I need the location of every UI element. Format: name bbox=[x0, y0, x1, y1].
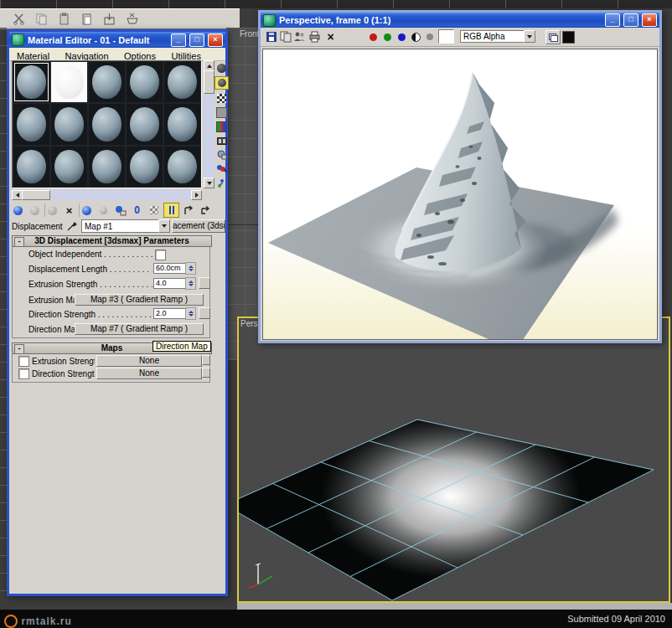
material-slot[interactable] bbox=[89, 147, 125, 187]
print-icon[interactable] bbox=[308, 30, 322, 44]
axis-tripod bbox=[249, 564, 272, 588]
video-color-check-icon[interactable] bbox=[215, 121, 228, 132]
copy-icon[interactable] bbox=[278, 30, 292, 44]
layers-icon[interactable] bbox=[545, 30, 561, 44]
material-slot[interactable] bbox=[127, 62, 163, 102]
render-window-titlebar[interactable]: Perspective, frame 0 (1:1) _ □ × bbox=[261, 13, 659, 28]
material-name-dropdown[interactable]: Map #1 bbox=[81, 219, 163, 233]
clipboard-icon[interactable] bbox=[80, 13, 94, 26]
export-box-icon[interactable] bbox=[125, 13, 139, 26]
displacement-rollout-header[interactable]: - 3D Displacement [3dsmax] Parameters bbox=[12, 235, 212, 247]
assign-material-to-selection-icon[interactable] bbox=[44, 203, 59, 217]
scroll-right-button[interactable] bbox=[191, 190, 202, 200]
minimize-button[interactable]: _ bbox=[605, 13, 620, 27]
material-slot[interactable] bbox=[13, 104, 49, 144]
front-viewport[interactable]: Front bbox=[226, 28, 261, 360]
material-slot[interactable] bbox=[127, 104, 163, 144]
scroll-thumb[interactable] bbox=[22, 190, 50, 200]
go-to-parent-icon[interactable] bbox=[182, 203, 196, 217]
extrusion-strength-map-shortcut[interactable] bbox=[199, 277, 210, 289]
channel-display-value: RGB Alpha bbox=[463, 32, 525, 41]
sample-type-icon[interactable] bbox=[215, 62, 228, 74]
background-icon[interactable] bbox=[215, 92, 228, 104]
channel-display-dropdown[interactable]: RGB Alpha bbox=[460, 30, 529, 43]
material-slot[interactable] bbox=[13, 62, 49, 102]
options-icon[interactable] bbox=[215, 149, 228, 161]
maximize-button[interactable]: □ bbox=[189, 33, 204, 47]
extrusion-strength-map-checkbox[interactable] bbox=[18, 356, 29, 367]
make-unique-icon[interactable] bbox=[96, 203, 111, 217]
sample-uv-tiling-icon[interactable] bbox=[215, 106, 228, 118]
reset-map-icon[interactable]: × bbox=[62, 203, 76, 217]
direction-strength-spinner[interactable] bbox=[185, 307, 196, 320]
material-editor-titlebar[interactable]: Material Editor - 01 - Default _ □ × bbox=[9, 32, 225, 48]
extrusion-strength-spinner[interactable] bbox=[185, 277, 196, 290]
material-slot[interactable] bbox=[164, 147, 200, 187]
scroll-thumb[interactable] bbox=[204, 70, 215, 94]
clone-icon[interactable] bbox=[292, 30, 307, 44]
material-slot[interactable] bbox=[13, 147, 49, 187]
put-material-to-scene-icon[interactable] bbox=[28, 203, 42, 217]
material-slot[interactable] bbox=[89, 62, 125, 102]
maps-direction-spinner-stub bbox=[202, 368, 210, 378]
direction-map-button[interactable]: Map #7 ( Gradient Ramp ) bbox=[75, 323, 204, 335]
direction-strength-map-shortcut[interactable] bbox=[199, 307, 210, 319]
material-slot[interactable] bbox=[164, 104, 200, 144]
slots-vertical-scrollbar[interactable] bbox=[204, 60, 215, 188]
backlight-icon[interactable] bbox=[215, 76, 229, 90]
displacement-length-field[interactable]: 60.0cm bbox=[153, 263, 187, 274]
object-independent-checkbox[interactable] bbox=[155, 250, 166, 260]
make-preview-icon[interactable] bbox=[215, 135, 228, 147]
select-by-material-icon[interactable] bbox=[215, 163, 228, 175]
green-channel-icon[interactable] bbox=[380, 30, 395, 44]
material-name-dropdown-arrow[interactable] bbox=[158, 219, 170, 233]
scroll-down-button[interactable] bbox=[204, 178, 215, 188]
extrusion-strength-field[interactable]: 4.0 bbox=[153, 278, 187, 289]
material-slot[interactable] bbox=[127, 147, 163, 187]
minimize-button[interactable]: _ bbox=[171, 33, 186, 47]
material-id-channel-icon[interactable]: 0 bbox=[130, 203, 144, 217]
alpha-channel-icon[interactable] bbox=[422, 30, 437, 44]
material-map-navigator-icon[interactable] bbox=[215, 178, 228, 189]
material-slot[interactable] bbox=[51, 62, 87, 102]
cut-icon[interactable] bbox=[12, 13, 26, 26]
show-map-in-viewport-icon[interactable] bbox=[147, 203, 161, 217]
copy-icon[interactable] bbox=[34, 13, 49, 26]
rendered-image[interactable] bbox=[262, 49, 658, 340]
put-to-library-icon[interactable] bbox=[113, 203, 127, 217]
pick-material-eyedropper-icon[interactable] bbox=[65, 219, 79, 233]
perspective-viewport[interactable]: Persp bbox=[237, 317, 670, 603]
sample-slot-grid bbox=[12, 60, 202, 188]
material-slot[interactable] bbox=[51, 147, 87, 187]
make-material-copy-icon[interactable] bbox=[79, 203, 94, 217]
blue-channel-icon[interactable] bbox=[395, 30, 409, 44]
red-channel-icon[interactable] bbox=[366, 30, 380, 44]
slots-horizontal-scrollbar[interactable] bbox=[12, 190, 202, 200]
get-material-icon[interactable] bbox=[11, 203, 25, 217]
material-slot[interactable] bbox=[164, 62, 200, 102]
close-button[interactable]: × bbox=[208, 33, 223, 47]
extrusion-map-button[interactable]: Map #3 ( Gradient Ramp ) bbox=[75, 294, 204, 306]
material-type-button[interactable]: acement (3dsmax) bbox=[172, 219, 225, 233]
maximize-button[interactable]: □ bbox=[623, 13, 638, 27]
clear-color-swatch[interactable] bbox=[438, 29, 454, 44]
maps-direction-none-button[interactable]: None bbox=[96, 368, 202, 379]
material-slot[interactable] bbox=[89, 104, 125, 144]
go-forward-to-sibling-icon[interactable] bbox=[199, 203, 213, 217]
maps-rollout-body: Extrusion Strength . . . None Direction … bbox=[12, 353, 210, 383]
maps-extrusion-none-button[interactable]: None bbox=[96, 355, 202, 367]
direction-strength-map-checkbox[interactable] bbox=[18, 368, 29, 379]
displacement-length-spinner[interactable] bbox=[185, 262, 196, 275]
direction-strength-field[interactable]: 2.0 bbox=[153, 308, 187, 319]
close-button[interactable]: × bbox=[642, 13, 657, 27]
monochrome-channel-icon[interactable] bbox=[409, 30, 423, 44]
paste-icon[interactable] bbox=[57, 13, 71, 26]
background-swatch[interactable] bbox=[562, 31, 575, 44]
import-box-icon[interactable] bbox=[102, 13, 116, 26]
render-scene bbox=[263, 49, 657, 339]
channel-display-dropdown-arrow[interactable] bbox=[524, 30, 535, 43]
save-icon[interactable] bbox=[264, 30, 278, 44]
delete-icon[interactable]: × bbox=[323, 30, 338, 44]
material-slot[interactable] bbox=[51, 104, 87, 144]
show-end-result-icon[interactable] bbox=[163, 203, 179, 218]
